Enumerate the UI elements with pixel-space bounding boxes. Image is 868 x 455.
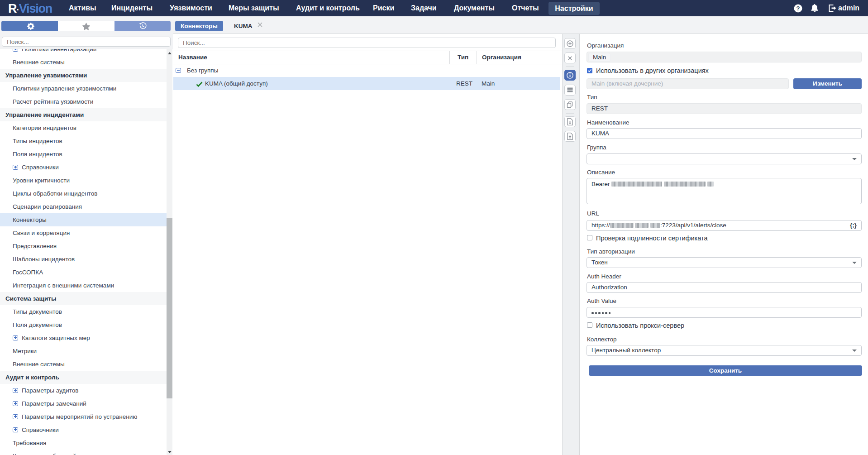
svg-text:?: ? bbox=[796, 5, 800, 12]
